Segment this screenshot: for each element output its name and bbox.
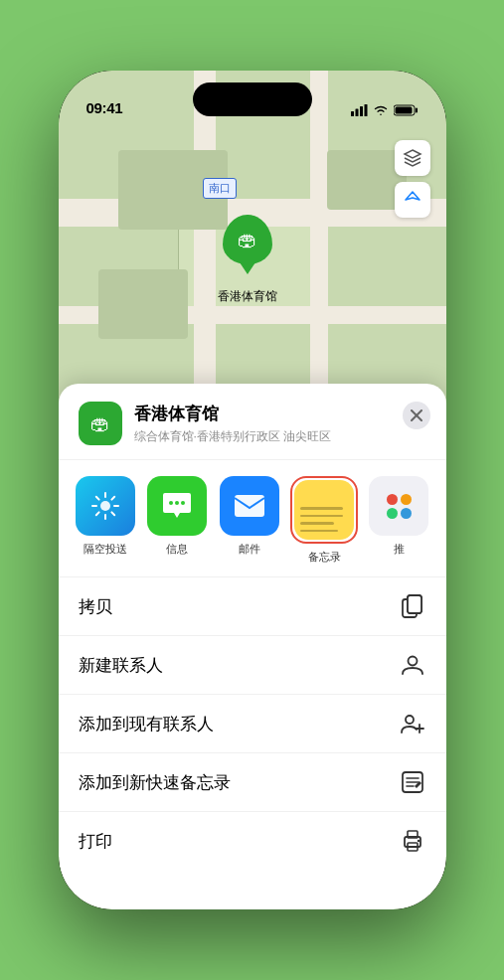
phone-frame: 09:41 — [59, 71, 446, 909]
action-copy-label: 拷贝 — [79, 595, 112, 618]
svg-point-17 — [408, 657, 417, 666]
location-header: 🏟 香港体育馆 综合体育馆·香港特别行政区 油尖旺区 — [59, 384, 446, 460]
notes-label: 备忘录 — [308, 550, 341, 565]
location-subtitle: 综合体育馆·香港特别行政区 油尖旺区 — [134, 428, 426, 445]
svg-point-9 — [100, 501, 110, 511]
location-button[interactable] — [395, 182, 430, 218]
dynamic-island — [193, 82, 312, 116]
map-nankou-label: 南口 — [203, 178, 237, 199]
location-name: 香港体育馆 — [134, 403, 426, 425]
share-airdrop[interactable]: 隔空投送 — [75, 476, 137, 557]
map-layers-icon — [403, 148, 422, 168]
share-more[interactable]: 推 — [368, 476, 430, 557]
svg-rect-13 — [235, 495, 264, 517]
mail-label: 邮件 — [239, 542, 260, 557]
svg-point-18 — [406, 716, 414, 724]
location-arrow-icon — [404, 191, 421, 209]
action-add-contact-label: 添加到现有联系人 — [79, 713, 214, 735]
action-quick-note-label: 添加到新快速备忘录 — [79, 771, 231, 794]
person-icon — [401, 653, 424, 677]
airdrop-icon-wrap — [76, 476, 135, 536]
svg-point-12 — [181, 501, 185, 505]
location-info: 香港体育馆 综合体育馆·香港特别行政区 油尖旺区 — [134, 403, 426, 445]
airdrop-label: 隔空投送 — [84, 542, 127, 557]
svg-rect-0 — [351, 111, 354, 116]
bottom-sheet: 🏟 香港体育馆 综合体育馆·香港特别行政区 油尖旺区 — [59, 384, 446, 909]
svg-point-28 — [417, 840, 419, 842]
stadium-marker: 🏟 香港体育馆 — [218, 215, 277, 305]
message-icon-wrap — [147, 476, 207, 536]
battery-icon — [394, 104, 419, 116]
share-message[interactable]: 信息 — [146, 476, 209, 557]
action-print-label: 打印 — [79, 830, 112, 853]
share-notes[interactable]: 备忘录 — [290, 476, 358, 565]
stadium-icon: 🏟 — [238, 230, 257, 249]
svg-rect-1 — [355, 109, 358, 117]
print-svg-icon — [401, 830, 424, 852]
notes-selected-outline — [290, 476, 358, 544]
add-contact-icon — [399, 710, 426, 737]
status-time: 09:41 — [86, 99, 123, 116]
airdrop-icon — [90, 491, 120, 521]
share-mail[interactable]: 邮件 — [219, 476, 281, 557]
action-print[interactable]: 打印 — [59, 812, 446, 870]
mail-icon-wrap — [220, 476, 279, 536]
action-new-contact[interactable]: 新建联系人 — [59, 636, 446, 695]
message-icon — [161, 491, 193, 521]
notes-icon-wrap — [294, 480, 354, 540]
copy-icon — [399, 592, 426, 620]
more-icon-wrap — [369, 476, 428, 536]
action-add-contact[interactable]: 添加到现有联系人 — [59, 695, 446, 753]
action-copy[interactable]: 拷贝 — [59, 577, 446, 636]
mail-icon — [233, 493, 266, 519]
new-contact-icon — [399, 651, 426, 679]
quick-note-icon — [399, 768, 426, 796]
svg-rect-2 — [360, 106, 363, 116]
svg-rect-5 — [416, 108, 418, 113]
wifi-icon — [373, 104, 389, 116]
svg-point-11 — [175, 501, 179, 505]
svg-rect-3 — [364, 104, 367, 116]
action-quick-note[interactable]: 添加到新快速备忘录 — [59, 753, 446, 812]
map-type-button[interactable] — [395, 140, 430, 176]
message-label: 信息 — [166, 542, 188, 557]
svg-rect-16 — [408, 595, 421, 613]
status-icons — [351, 104, 419, 116]
signal-icon — [351, 104, 368, 116]
more-label: 推 — [394, 542, 405, 557]
action-new-contact-label: 新建联系人 — [79, 654, 163, 677]
close-button[interactable] — [403, 402, 430, 429]
stadium-label: 香港体育馆 — [218, 288, 277, 305]
svg-point-10 — [169, 501, 173, 505]
close-icon — [411, 409, 422, 421]
svg-rect-6 — [395, 107, 412, 114]
memo-icon — [401, 770, 424, 794]
person-add-icon — [400, 712, 425, 735]
print-icon — [399, 827, 426, 855]
share-row: 隔空投送 信息 — [59, 460, 446, 577]
location-venue-icon: 🏟 — [79, 402, 122, 445]
action-list: 拷贝 新建联系人 — [59, 577, 446, 870]
copy-svg-icon — [402, 594, 423, 618]
phone-screen: 09:41 — [59, 71, 446, 909]
